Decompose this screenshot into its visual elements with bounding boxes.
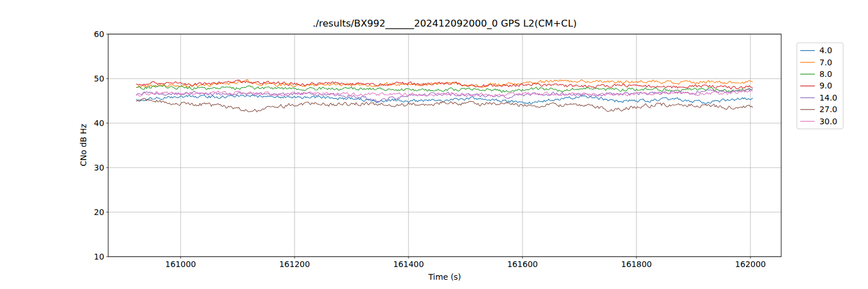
x-tick-label: 161000 [165,260,196,269]
y-tick-label: 60 [94,29,104,39]
legend-label-7.0: 7.0 [819,58,832,67]
y-tick-label: 10 [94,252,104,261]
x-axis-label: Time (s) [108,272,781,281]
series-line-27.0 [136,98,753,112]
figure: 1610001612001614001616001618001620001020… [0,0,868,289]
y-tick-label: 50 [94,74,104,83]
plot-area: 1610001612001614001616001618001620001020… [0,0,868,289]
x-tick-label: 161400 [393,260,424,269]
y-axis-label: CNo dB Hz [79,124,88,166]
legend-label-9.0: 9.0 [819,81,832,90]
y-tick-label: 30 [94,163,104,172]
series-line-8.0 [136,85,753,92]
y-tick-label: 20 [94,208,104,217]
axes-frame [108,34,781,257]
x-tick-label: 161200 [279,260,310,269]
x-tick-label: 162000 [735,260,766,269]
legend-label-8.0: 8.0 [819,69,832,79]
legend-label-27.0: 27.0 [819,105,837,114]
x-tick-label: 161800 [621,260,652,269]
legend-label-14.0: 14.0 [819,93,837,102]
legend-label-4.0: 4.0 [819,46,832,55]
legend-label-30.0: 30.0 [819,117,837,126]
y-tick-label: 40 [94,118,104,128]
chart-title: ./results/BX992______202412092000_0 GPS … [108,18,781,29]
x-tick-label: 161600 [507,260,538,269]
